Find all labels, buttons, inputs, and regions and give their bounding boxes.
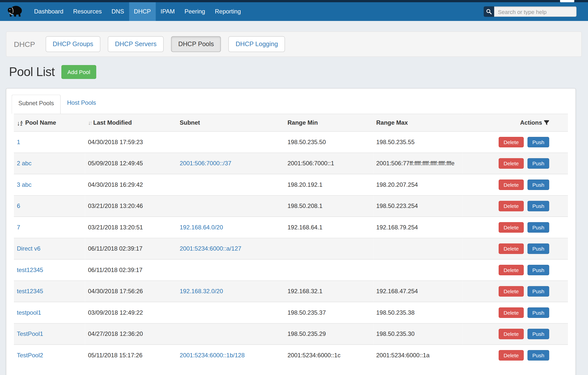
subnet-cell: 2001:5234:6000::1b/128: [177, 345, 285, 366]
push-button[interactable]: Push: [528, 137, 549, 147]
pool-name-cell: test12345: [14, 281, 85, 302]
last-modified-cell: 04/27/2018 12:36:20: [85, 323, 177, 345]
subnav-button[interactable]: DHCP Logging: [228, 36, 285, 52]
nav-item[interactable]: Reporting: [210, 2, 246, 21]
delete-button[interactable]: Delete: [499, 158, 524, 169]
table-row: test12345 04/30/2018 17:56:26 192.168.32…: [14, 281, 568, 302]
range-max-cell: 198.50.223.254: [373, 195, 462, 217]
actions-cell: Delete Push: [462, 153, 568, 174]
delete-button[interactable]: Delete: [499, 329, 524, 339]
search-input[interactable]: [494, 6, 577, 17]
pool-name-link[interactable]: TestPool1: [17, 331, 43, 337]
delete-button[interactable]: Delete: [499, 286, 524, 297]
mammoth-logo: [7, 4, 24, 19]
pool-name-link[interactable]: Direct v6: [17, 245, 41, 252]
actions-cell: Delete Push: [462, 174, 568, 195]
delete-button[interactable]: Delete: [499, 180, 524, 190]
column-header-range-min: Range Min: [285, 114, 373, 132]
push-button[interactable]: Push: [528, 329, 549, 339]
pool-name-link[interactable]: testpool1: [17, 309, 41, 316]
nav-item[interactable]: Resources: [68, 2, 107, 21]
table-row: 3 abc 04/30/2018 16:29:42 198.20.192.1 1…: [14, 174, 568, 195]
dhcp-subnav-panel: DHCP DHCP Groups DHCP Servers DHCP Pools…: [6, 31, 582, 57]
last-modified-cell: 06/11/2018 02:39:17: [85, 259, 177, 281]
last-modified-cell: 03/09/2018 12:49:22: [85, 302, 177, 323]
nav-item-label: Peering: [184, 8, 205, 15]
push-button[interactable]: Push: [528, 158, 549, 169]
nav-item[interactable]: DNS: [107, 2, 129, 21]
column-header-last-modified[interactable]: ↓↑Last Modified: [85, 114, 177, 132]
nav-item[interactable]: Dashboard: [29, 2, 68, 21]
table-row: 6 03/21/2018 13:20:46 198.50.208.1 198.5…: [14, 195, 568, 217]
pool-name-link[interactable]: 6: [17, 203, 20, 209]
pool-name-cell: 7: [14, 217, 85, 238]
push-button[interactable]: Push: [528, 350, 549, 361]
search-icon[interactable]: [484, 6, 494, 17]
push-button[interactable]: Push: [528, 222, 549, 233]
subnet-cell: [177, 131, 285, 153]
pool-name-link[interactable]: 7: [17, 224, 20, 231]
column-header-pool-name[interactable]: ↓AZPool Name: [14, 114, 85, 132]
pool-name-link[interactable]: test12345: [17, 267, 43, 273]
push-button[interactable]: Push: [528, 180, 549, 190]
subnav-button[interactable]: DHCP Pools: [171, 36, 221, 52]
actions-cell: Delete Push: [462, 217, 568, 238]
pool-name-link[interactable]: test12345: [17, 288, 43, 294]
subnet-cell: 2001:506:7000::/37: [177, 153, 285, 174]
nav-item[interactable]: DHCP: [129, 2, 156, 21]
subnet-link[interactable]: 192.168.64.0/20: [180, 224, 223, 231]
push-button[interactable]: Push: [528, 244, 549, 254]
range-min-cell: [285, 238, 373, 260]
table-row: TestPool1 04/27/2018 12:36:20 198.50.235…: [14, 323, 568, 345]
range-max-cell: 198.50.235.55: [373, 131, 462, 153]
brand-logo-link[interactable]: [0, 2, 29, 21]
last-modified-cell: 04/30/2018 17:56:26: [85, 281, 177, 302]
last-modified-cell: 03/21/2018 13:20:51: [85, 217, 177, 238]
push-button[interactable]: Push: [528, 265, 549, 275]
subnav-button[interactable]: DHCP Servers: [108, 36, 164, 52]
nav-item[interactable]: Peering: [180, 2, 210, 21]
last-modified-cell: 05/09/2018 12:49:45: [85, 153, 177, 174]
push-button[interactable]: Push: [528, 307, 549, 318]
pool-name-link[interactable]: TestPool2: [17, 352, 43, 359]
subnet-link[interactable]: 2001:506:7000::/37: [180, 160, 231, 167]
pool-name-link[interactable]: 2 abc: [17, 160, 32, 167]
delete-button[interactable]: Delete: [499, 307, 524, 318]
delete-button[interactable]: Delete: [499, 265, 524, 275]
subnet-link[interactable]: 192.168.32.0/20: [180, 288, 223, 294]
range-min-cell: 2001:506:7000::1: [285, 153, 373, 174]
last-modified-cell: 04/30/2018 17:59:23: [85, 131, 177, 153]
pool-name-link[interactable]: 1: [17, 139, 20, 145]
delete-button[interactable]: Delete: [499, 222, 524, 233]
delete-button[interactable]: Delete: [499, 350, 524, 361]
add-pool-button[interactable]: Add Pool: [61, 65, 96, 79]
actions-cell: Delete Push: [462, 345, 568, 366]
delete-button[interactable]: Delete: [499, 201, 524, 211]
pool-name-link[interactable]: 3 abc: [17, 182, 32, 188]
subnet-link[interactable]: 2001:5234:6000::a/127: [180, 245, 241, 252]
range-min-cell: 2001:5234:6000::1c: [285, 345, 373, 366]
page-title: Pool List: [9, 65, 55, 79]
pool-name-cell: TestPool1: [14, 323, 85, 345]
tab[interactable]: Host Pools: [61, 95, 102, 112]
nav-item[interactable]: IPAM: [156, 2, 180, 21]
actions-cell: Delete Push: [462, 131, 568, 153]
range-min-cell: 198.50.208.1: [285, 195, 373, 217]
range-min-cell: 192.168.32.1: [285, 281, 373, 302]
sort-icon: ↓↑: [88, 119, 92, 126]
tab[interactable]: Subnet Pools: [12, 95, 61, 114]
push-button[interactable]: Push: [528, 286, 549, 297]
subnet-link[interactable]: 2001:5234:6000::1b/128: [180, 352, 245, 359]
viewport: Dashboard Resources DNS DHCP: [0, 0, 588, 375]
range-min-cell: 198.20.192.1: [285, 174, 373, 195]
subnav-title: DHCP: [14, 40, 35, 49]
subnet-cell: [177, 302, 285, 323]
push-button[interactable]: Push: [528, 201, 549, 211]
last-modified-cell: 04/30/2018 16:29:42: [85, 174, 177, 195]
filter-icon[interactable]: [544, 120, 549, 125]
pool-name-cell: 6: [14, 195, 85, 217]
delete-button[interactable]: Delete: [499, 137, 524, 147]
delete-button[interactable]: Delete: [499, 244, 524, 254]
nav-item-label: Resources: [73, 8, 102, 15]
subnav-button[interactable]: DHCP Groups: [46, 36, 101, 52]
